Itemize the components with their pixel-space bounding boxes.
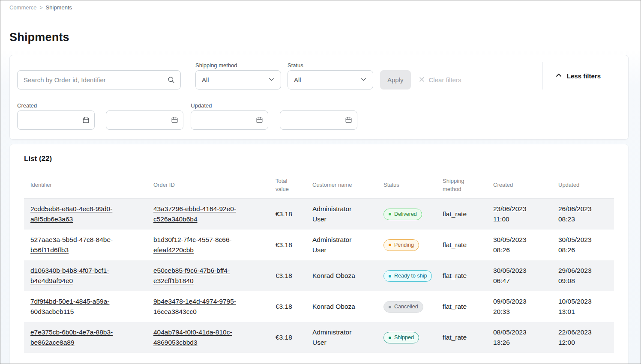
status-filter: Status All	[288, 62, 373, 90]
order-id-link[interactable]: 404ab794-f0f0-41da-810c-4869053cbbd3	[153, 328, 232, 346]
status-badge: Delivered	[383, 209, 422, 220]
updated-from-input[interactable]	[191, 110, 268, 130]
chevron-down-icon	[360, 76, 367, 84]
customer-name-cell: Konrad Oboza	[306, 291, 377, 322]
shipments-table-body: 2cdd5eb8-e8a0-4ec8-99d0-a8f5db6e3a63 43a…	[24, 199, 614, 353]
created-cell: 08/05/2023 13:26	[487, 322, 552, 353]
identifier-link[interactable]: 527aae3a-5b5d-47c8-84be-b56f11d6ffb3	[30, 236, 113, 254]
status-value: All	[294, 76, 301, 84]
shipping-method-cell: flat_rate	[436, 230, 487, 260]
created-cell: 23/06/2023 11:00	[487, 199, 552, 230]
updated-to-input[interactable]	[280, 110, 357, 130]
order-id-link[interactable]: e50ceb85-f9c6-47b6-bff4-e32cff1b1840	[153, 267, 230, 284]
table-row: 2cdd5eb8-e8a0-4ec8-99d0-a8f5db6e3a63 43a…	[24, 199, 614, 230]
status-dot	[389, 244, 391, 246]
identifier-link[interactable]: d106340b-b4b8-4f07-bcf1-b4e4d9af94e0	[30, 267, 109, 284]
column-header-total-value: Total value	[269, 172, 306, 199]
filters-panel: Shipping method All Status All Apply	[9, 55, 629, 140]
search-field	[17, 70, 181, 90]
status-dot	[389, 306, 391, 308]
updated-label: Updated	[191, 102, 357, 109]
created-from-input[interactable]	[17, 110, 95, 130]
updated-to-field	[280, 110, 357, 130]
breadcrumb-separator: >	[40, 5, 43, 11]
status-dot	[389, 213, 391, 215]
status-badge-label: Cancelled	[394, 303, 418, 310]
chevron-up-icon	[555, 72, 562, 80]
created-cell: 09/05/2023 20:33	[487, 291, 552, 322]
updated-cell: 29/06/2023 09:08	[552, 260, 614, 291]
updated-from-field	[191, 110, 268, 130]
search-input[interactable]	[17, 70, 181, 90]
identifier-link[interactable]: 7df9f4bd-50e1-4845-a59a-60d3acbeb115	[30, 298, 109, 315]
status-badge: Shipped	[383, 332, 419, 343]
status-dot	[389, 275, 391, 277]
created-label: Created	[17, 102, 183, 109]
updated-filter: Updated –	[191, 102, 357, 130]
table-header: Identifier Order ID Total value Customer…	[24, 172, 614, 199]
close-icon	[419, 76, 425, 84]
created-to-field	[106, 110, 183, 130]
order-id-link[interactable]: 9b4e3478-1e4d-4974-9795-16cea3843cc0	[153, 298, 236, 315]
status-badge: Pending	[383, 239, 419, 251]
filters-divider	[542, 62, 543, 90]
status-badge-label: Pending	[394, 242, 414, 248]
page-title: Shipments	[9, 31, 641, 44]
shipping-method-cell: flat_rate	[436, 260, 487, 291]
shipping-method-cell: flat_rate	[436, 199, 487, 230]
identifier-link[interactable]: 2cdd5eb8-e8a0-4ec8-99d0-a8f5db6e3a63	[30, 205, 112, 223]
order-id-link[interactable]: 43a37296-ebbd-4164-92e0-c526a340b6b4	[153, 205, 236, 223]
status-label: Status	[288, 62, 373, 69]
created-cell: 30/05/2023 08:26	[487, 230, 552, 260]
shipping-method-cell: flat_rate	[436, 322, 487, 353]
shipping-method-value: All	[202, 76, 209, 84]
breadcrumb: Commerce > Shipments	[0, 0, 641, 11]
created-cell: 30/05/2023 06:47	[487, 260, 552, 291]
shipments-table: Identifier Order ID Total value Customer…	[24, 172, 614, 353]
column-header-order-id: Order ID	[147, 172, 269, 199]
created-from-field	[17, 110, 95, 130]
column-header-updated: Updated	[552, 172, 614, 199]
total-value-cell: €3.18	[269, 322, 306, 353]
column-header-customer-name: Customer name	[306, 172, 377, 199]
status-badge-label: Shipped	[394, 334, 414, 341]
clear-filters-label: Clear filters	[429, 76, 461, 84]
created-to-input[interactable]	[106, 110, 183, 130]
shipping-method-cell: flat_rate	[436, 291, 487, 322]
table-row: 527aae3a-5b5d-47c8-84be-b56f11d6ffb3 b1d…	[24, 230, 614, 260]
table-row: e7e375cb-6b0b-4e7a-88b3-be862ace8a89 404…	[24, 322, 614, 353]
identifier-link[interactable]: e7e375cb-6b0b-4e7a-88b3-be862ace8a89	[30, 328, 113, 346]
clear-filters-button[interactable]: Clear filters	[415, 70, 465, 90]
shipping-method-label: Shipping method	[195, 62, 281, 69]
list-panel: List (22) Identifier Order ID Total valu…	[9, 144, 629, 364]
updated-cell: 30/05/2023 08:26	[552, 230, 614, 260]
column-header-identifier: Identifier	[24, 172, 147, 199]
list-title: List (22)	[24, 155, 614, 163]
shipping-method-filter: Shipping method All	[195, 62, 281, 90]
less-filters-label: Less filters	[567, 72, 601, 80]
customer-name-cell: Administrator User	[306, 199, 377, 230]
breadcrumb-commerce[interactable]: Commerce	[9, 4, 37, 11]
table-row: d106340b-b4b8-4f07-bcf1-b4e4d9af94e0 e50…	[24, 260, 614, 291]
total-value-cell: €3.18	[269, 230, 306, 260]
status-badge-label: Delivered	[394, 211, 417, 218]
column-header-created: Created	[487, 172, 552, 199]
less-filters-button[interactable]: Less filters	[555, 72, 601, 80]
status-badge: Cancelled	[383, 301, 423, 312]
status-select[interactable]: All	[288, 70, 373, 90]
status-dot	[389, 337, 391, 339]
apply-button[interactable]: Apply	[380, 70, 411, 90]
order-id-link[interactable]: b1d30f12-7f4c-4557-8c66-efeaf4220cbb	[153, 236, 232, 254]
filters-row-primary: Shipping method All Status All Apply	[17, 62, 621, 90]
customer-name-cell: Administrator User	[306, 230, 377, 260]
chevron-down-icon	[268, 76, 275, 84]
total-value-cell: €3.18	[269, 260, 306, 291]
table-row: 7df9f4bd-50e1-4845-a59a-60d3acbeb115 9b4…	[24, 291, 614, 322]
filters-row-dates: Created –	[17, 102, 621, 130]
date-range-dash: –	[272, 116, 276, 124]
updated-cell: 26/06/2023 08:23	[552, 199, 614, 230]
column-header-status: Status	[377, 172, 436, 199]
updated-cell: 22/06/2023 12:00	[552, 322, 614, 353]
total-value-cell: €3.18	[269, 291, 306, 322]
shipping-method-select[interactable]: All	[195, 70, 281, 90]
